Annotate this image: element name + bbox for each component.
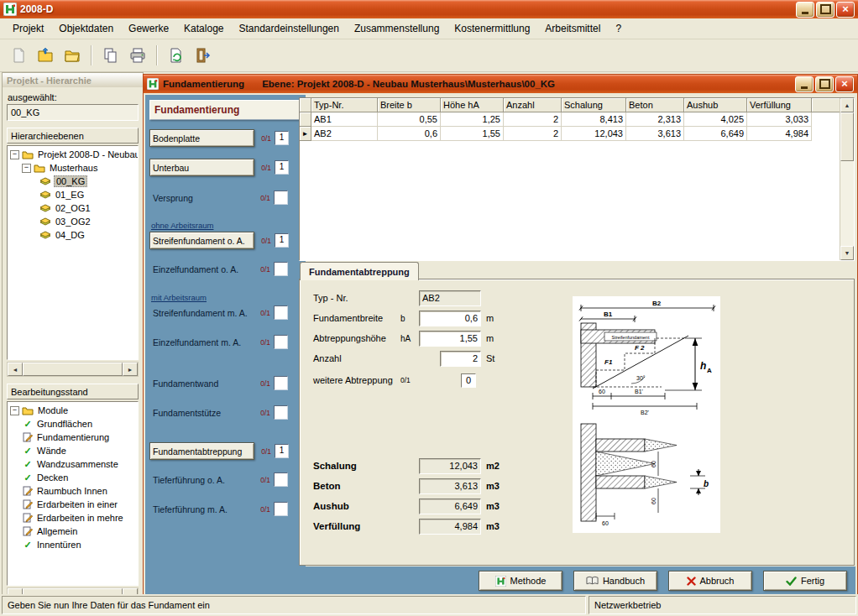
einzelfundament-ma-button[interactable]: Einzelfundament m. A. — [149, 336, 254, 349]
column-header: Höhe hA — [441, 98, 504, 112]
tree-item-floor[interactable]: 00_KG — [8, 175, 138, 188]
tieferfuehrung-ma-button[interactable]: Tieferführung m. A. — [149, 503, 254, 516]
collapse-icon[interactable]: − — [10, 150, 19, 159]
count-field[interactable] — [274, 305, 288, 320]
current-row-marker-icon[interactable]: ► — [300, 127, 311, 141]
count-field[interactable] — [274, 376, 288, 390]
fundamentwand-button[interactable]: Fundamentwand — [149, 377, 254, 390]
menu-kostenermittlung[interactable]: Kostenermittlung — [447, 20, 537, 37]
bodenplatte-button[interactable]: Bodenplatte — [149, 129, 254, 147]
hierarchy-hscrollbar[interactable]: ◄ ► — [7, 362, 139, 377]
fertig-button[interactable]: Fertig — [763, 571, 847, 591]
tree-item-floor[interactable]: 01_EG — [8, 188, 138, 201]
module-item[interactable]: ✓ Decken — [8, 471, 138, 484]
module-item[interactable]: Raumbuch Innen — [8, 484, 138, 498]
scroll-thumb[interactable] — [840, 112, 854, 161]
fundamentbreite-field[interactable]: 0,6 — [419, 311, 481, 326]
fundamentstuetze-button[interactable]: Fundamentstütze — [149, 406, 254, 420]
close-button[interactable]: × — [835, 76, 854, 92]
new-document-button[interactable] — [7, 44, 30, 67]
streifenfundament-ma-button[interactable]: Streifenfundament m. A. — [149, 306, 254, 320]
module-item[interactable]: Erdarbeiten in mehre — [8, 511, 138, 525]
folder-button[interactable] — [60, 44, 84, 67]
count-field[interactable] — [274, 262, 288, 276]
scroll-up-icon[interactable]: ▲ — [840, 98, 854, 112]
module-item[interactable]: ✓ Innentüren — [8, 538, 138, 551]
tree-item-modules-root[interactable]: − Module — [8, 404, 138, 417]
export-button[interactable] — [165, 44, 188, 67]
minimize-button[interactable] — [796, 2, 814, 18]
collapse-icon[interactable]: − — [10, 406, 19, 415]
tree-item-floor[interactable]: 04_DG — [8, 228, 138, 242]
module-item[interactable]: ✓ Wände — [8, 444, 138, 457]
menu-gewerke[interactable]: Gewerke — [121, 20, 176, 37]
count-field[interactable]: 1 — [275, 160, 289, 175]
table-row-selected[interactable]: ► AB2 0,6 1,55 2 12,043 3,613 6,649 4,98… — [300, 127, 854, 141]
minimize-button[interactable] — [795, 76, 814, 92]
versprung-button[interactable]: Versprung — [149, 191, 254, 205]
anzahl-field[interactable]: 2 — [440, 351, 481, 367]
table-row[interactable]: AB1 0,55 1,25 2 8,413 2,313 4,025 3,033 — [300, 112, 854, 127]
menu-arbeitsmittel[interactable]: Arbeitsmittel — [537, 20, 608, 37]
scroll-down-icon[interactable]: ▼ — [840, 246, 854, 260]
print-button[interactable] — [126, 44, 149, 67]
streifenfundament-oa-button[interactable]: Streifenfundament o. A. — [149, 232, 254, 249]
beton-row: Beton 3,613 m3 — [313, 478, 500, 493]
module-item[interactable]: Allgemein — [8, 525, 138, 538]
count-field[interactable]: 1 — [275, 444, 289, 458]
menu-kataloge[interactable]: Kataloge — [176, 20, 231, 37]
weitere-abtreppung-field[interactable]: 0 — [461, 373, 476, 388]
menu-standardeinstellungen[interactable]: Standardeinstellungen — [231, 20, 346, 37]
row-selector[interactable] — [300, 112, 311, 127]
tree-item-building[interactable]: − Musterhaus — [8, 161, 138, 175]
tab-fundamentabtreppung[interactable]: Fundamentabtreppung — [300, 262, 419, 280]
abbruch-button[interactable]: Abbruch — [668, 571, 752, 591]
copy-button[interactable] — [99, 44, 123, 67]
typ-field[interactable]: AB2 — [419, 290, 481, 306]
diagram-label-b2: B2 — [652, 300, 662, 307]
maximize-button[interactable] — [816, 2, 834, 18]
cell: 6,649 — [684, 127, 747, 141]
collapse-icon[interactable]: − — [22, 164, 31, 173]
tieferfuehrung-oa-button[interactable]: Tieferführung o. A. — [149, 473, 254, 487]
exit-button[interactable] — [191, 44, 215, 67]
count-field[interactable] — [274, 502, 288, 516]
scroll-thumb[interactable] — [23, 363, 123, 376]
einzelfundament-oa-button[interactable]: Einzelfundament o. A. — [149, 263, 254, 276]
scroll-right-icon[interactable]: ► — [123, 363, 138, 376]
count-field[interactable] — [274, 191, 288, 205]
edit-pencil-icon — [22, 526, 34, 536]
typ-label: Typ - Nr. — [313, 293, 400, 303]
menu-help[interactable]: ? — [608, 20, 629, 37]
count-field[interactable]: 1 — [275, 233, 289, 248]
module-item[interactable]: Fundamentierung — [8, 431, 138, 444]
menu-objektdaten[interactable]: Objektdaten — [51, 20, 121, 37]
abtreppungshoehe-field[interactable]: 1,55 — [419, 331, 481, 347]
anzahl-row: Anzahl 2 St — [313, 351, 494, 366]
scroll-left-icon[interactable]: ◄ — [8, 363, 23, 376]
weitere-ratio-label: 0/1 — [400, 376, 419, 384]
table-vscrollbar[interactable]: ▲ ▼ — [840, 98, 854, 260]
module-item[interactable]: ✓ Grundflächen — [8, 417, 138, 431]
count-field[interactable] — [274, 405, 288, 420]
fundamentabtreppung-button[interactable]: Fundamentabtreppung — [149, 442, 254, 460]
tree-item-floor[interactable]: 02_OG1 — [8, 201, 138, 215]
module-item[interactable]: ✓ Wandzusammenste — [8, 457, 138, 471]
close-button[interactable]: × — [836, 2, 855, 18]
count-field[interactable] — [274, 472, 288, 487]
selected-value-field[interactable]: 00_KG — [7, 104, 139, 121]
open-project-button[interactable] — [34, 44, 57, 67]
tree-item-project[interactable]: − Projekt 2008-D - Neubau — [8, 148, 138, 161]
unterbau-button[interactable]: Unterbau — [149, 159, 254, 176]
maximize-button[interactable] — [815, 76, 834, 92]
breite-unit: m — [486, 313, 494, 323]
tree-item-floor[interactable]: 03_OG2 — [8, 215, 138, 228]
count-field[interactable] — [274, 335, 288, 349]
module-item[interactable]: Erdarbeiten in einer — [8, 498, 138, 511]
sidebar-row: Einzelfundament o. A. 0/1 — [149, 261, 301, 277]
methode-button[interactable]: Methode — [479, 571, 562, 591]
menu-zusammenstellung[interactable]: Zusammenstellung — [347, 20, 447, 37]
handbuch-button[interactable]: Handbuch — [573, 571, 657, 591]
menu-projekt[interactable]: Projekt — [5, 20, 51, 37]
count-field[interactable]: 1 — [275, 131, 289, 145]
